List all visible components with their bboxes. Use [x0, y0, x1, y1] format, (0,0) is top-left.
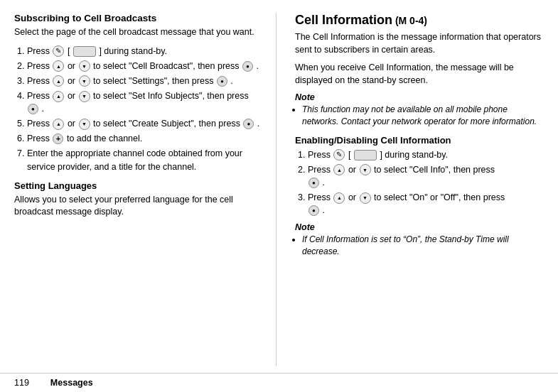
nav-down-icon-2: [79, 60, 90, 72]
step4-text: to select "Set Info Subjects", then pres…: [93, 91, 249, 101]
right-steps-list: Press [ ] during stand-by. Press or to s…: [295, 148, 544, 217]
rstep3-press: Press: [308, 192, 333, 202]
select-icon-2: ●: [242, 61, 253, 72]
right-big-title: Cell Information (M 0-4): [295, 13, 544, 28]
select-icon-5: ●: [243, 119, 254, 129]
nav-up-icon-5: [53, 119, 64, 130]
page: Subscribing to Cell Broadcasts Select th…: [0, 0, 558, 392]
right-step-3: Press or to select "On" or "Off", then p…: [308, 191, 544, 217]
left-sub-title: Setting Languages: [14, 180, 263, 191]
footer: 119 Messages: [0, 373, 558, 392]
step3-period: .: [230, 76, 232, 86]
step4-period: .: [41, 104, 43, 114]
step5-press: Press: [27, 119, 52, 129]
step3-or: or: [68, 76, 78, 86]
content-area: Subscribing to Cell Broadcasts Select th…: [0, 0, 558, 373]
rselect-icon-3: ●: [308, 205, 319, 216]
rnav-down-2: [360, 164, 371, 175]
rstep2-text: to select "Cell Info", then press: [374, 165, 495, 175]
step4-or: or: [68, 91, 78, 101]
nav-down-icon-5: [79, 119, 90, 130]
right-step-1: Press [ ] during stand-by.: [308, 148, 544, 161]
rstep3-text: to select "On" or "Off", then press: [374, 192, 505, 202]
rstep3-period: .: [322, 205, 324, 215]
right-title-text: Cell Information: [295, 13, 392, 27]
rstep1-text: during stand-by.: [385, 150, 448, 160]
step-6: Press + to add the channel.: [27, 132, 263, 145]
step6-text: to add the channel.: [67, 134, 142, 143]
left-section-title: Subscribing to Cell Broadcasts: [14, 13, 263, 23]
step6-press: Press: [27, 134, 52, 143]
rpencil-icon-1: [333, 149, 345, 160]
select-icon-4: ●: [28, 104, 38, 114]
nav-down-icon-4: [79, 91, 90, 102]
rnav-up-2: [333, 164, 345, 175]
step-1: Press [ ] during stand-by.: [27, 45, 263, 58]
step-7: Enter the appropriate channel code obtai…: [27, 147, 263, 173]
nav-up-icon-2: [53, 60, 64, 72]
step-3: Press or to select "Settings", then pres…: [27, 75, 263, 87]
right-note-list: This function may not be available on al…: [295, 104, 544, 128]
select-icon-3: ●: [217, 76, 227, 87]
step2-or: or: [68, 61, 78, 71]
step-4: Press or to select "Set Info Subjects", …: [27, 89, 263, 115]
right-step-2: Press or to select "Cell Info", then pre…: [308, 163, 544, 189]
left-intro: Select the page of the cell broadcast me…: [14, 26, 263, 39]
right-note2-list: If Cell Information is set to “On”, the …: [295, 234, 544, 258]
rstep1-bracket-close: ]: [380, 150, 382, 160]
left-sub-text: Allows you to select your preferred lang…: [14, 194, 263, 219]
nav-up-icon-3: [53, 75, 64, 87]
left-column: Subscribing to Cell Broadcasts Select th…: [14, 13, 277, 366]
step1-bracket-close: ]: [99, 46, 101, 56]
step-2: Press or to select "Cell Broadcast", the…: [27, 60, 263, 72]
right-intro2: When you receive Cell Information, the m…: [295, 62, 544, 87]
step2-text: to select "Cell Broadcast", then press: [93, 61, 242, 71]
rstep1-press: Press: [308, 150, 333, 160]
step-5: Press or to select "Create Subject", the…: [27, 117, 263, 130]
right-note2-item: If Cell Information is set to “On”, the …: [302, 234, 544, 258]
right-title-suffix: (M 0-4): [392, 15, 427, 26]
step3-text: to select "Settings", then press: [93, 76, 216, 86]
rstep1-bracket-open: [: [348, 150, 350, 160]
nav-up-icon-4: [53, 91, 64, 102]
step2-press: Press: [27, 61, 52, 71]
right-note2-label: Note: [295, 222, 544, 232]
right-note-item: This function may not be available on al…: [302, 104, 544, 128]
rstep2-period: .: [322, 178, 324, 187]
left-steps-list: Press [ ] during stand-by. Press or to s…: [14, 45, 263, 173]
rect-icon-1: [73, 46, 96, 57]
right-intro1: The Cell Information is the message info…: [295, 31, 544, 56]
step2-period: .: [256, 61, 258, 71]
step1-press: Press: [27, 46, 52, 56]
rnav-down-3: [360, 192, 371, 204]
step1-text: during stand-by.: [104, 46, 167, 56]
step1-bracket-open: [: [68, 46, 70, 56]
right-sub-title: Enabling/Disabling Cell Information: [295, 135, 544, 146]
footer-page-number: 119: [14, 378, 29, 388]
nav-down-icon-3: [79, 75, 90, 87]
step3-press: Press: [27, 76, 52, 86]
rstep2-or: or: [348, 165, 359, 175]
right-column: Cell Information (M 0-4) The Cell Inform…: [291, 13, 544, 366]
rselect-icon-2: ●: [308, 178, 319, 188]
rstep2-press: Press: [308, 165, 333, 175]
rnav-up-3: [333, 192, 345, 204]
pencil-icon-1: [53, 45, 64, 57]
step5-or: or: [68, 119, 78, 129]
footer-section-label: Messages: [50, 378, 93, 388]
rstep3-or: or: [348, 192, 359, 202]
add-icon-6: +: [53, 134, 63, 144]
rrect-icon-1: [354, 150, 377, 160]
step4-press: Press: [27, 91, 52, 101]
step5-period: .: [257, 119, 259, 129]
right-note-label: Note: [295, 92, 544, 102]
step5-text: to select "Create Subject", then press: [93, 119, 242, 129]
